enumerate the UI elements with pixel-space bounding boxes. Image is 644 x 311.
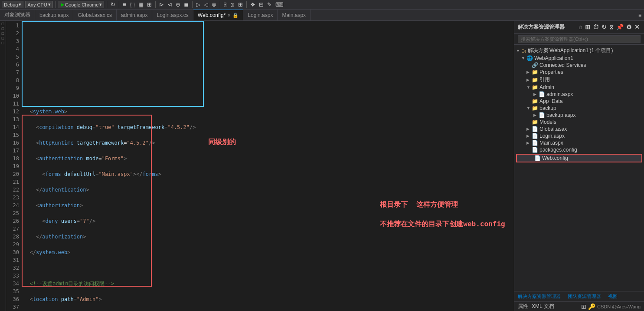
tree-appdata[interactable]: 📁 App_Data [514,98,644,105]
tool9[interactable]: ▷ [195,1,201,8]
debug-dropdown[interactable]: Debug ▾ [2,1,23,8]
tree-admin-folder[interactable]: ▼ 📁 Admin [514,84,644,91]
gutter-collapse-3[interactable]: □ [2,31,4,36]
toolbar: Debug ▾ Any CPU ▾ ▶ Google Chrome ▾ ↻ ≡ … [0,0,644,10]
tool5[interactable]: ⊳ [158,1,165,8]
tab-admin-aspx[interactable]: admin.aspx [117,10,152,20]
tab-backup-aspx-label: backup.aspx [39,12,69,18]
tree-backup-aspx[interactable]: ▶ 📄 backup.aspx [514,112,644,119]
admin-aspx-label: admin.aspx [546,91,573,97]
team-explorer-link[interactable]: 团队资源管理器 [568,293,601,300]
gutter-expand-1[interactable]: □ [2,36,4,40]
editor[interactable]: 12345 678910 1112131415 1617181920 21222… [6,21,514,311]
tab-login-aspx-cs-label: Login.aspx.cs [157,12,188,18]
line-numbers: 12345 678910 1112131415 1617181920 21222… [6,21,22,311]
tool8[interactable]: ≣ [183,1,190,8]
cpu-arrow: ▾ [48,2,51,7]
tool15[interactable]: ❖ [249,1,256,8]
login-aspx-icon: 📄 [532,133,538,139]
browser-label: Google Chrome [65,2,99,7]
tool17[interactable]: ✎ [266,1,273,8]
global-asax-label: Global.asax [539,126,567,132]
global-asax-arrow: ▶ [526,127,532,131]
tool4[interactable]: ⊞ [146,1,153,8]
view-link[interactable]: 视图 [608,293,618,300]
gutter-expand-2[interactable]: □ [2,41,4,45]
code-line-10: </system.web> [23,248,514,256]
tree-main-aspx[interactable]: ▶ 📄 Main.aspx [514,139,644,146]
gutter-collapse-1[interactable]: □ [2,22,4,26]
browser-dropdown[interactable]: ▶ Google Chrome ▾ [59,1,105,8]
tab-login-aspx[interactable]: Login.aspx [243,10,278,20]
properties-key-icon[interactable]: 🔑 [588,303,595,310]
references-arrow-icon: ▶ [526,78,532,82]
packages-label: packages.config [539,147,577,153]
sidebar-refresh-icon[interactable]: ↻ [601,23,608,32]
tree-backup-folder[interactable]: ▼ 📁 backup [514,105,644,112]
tree-admin-aspx[interactable]: ▶ 📄 admin.aspx [514,91,644,98]
code-line-13: <location path="Admin"> [23,295,514,303]
tab-main-aspx[interactable]: Main.aspx [278,10,311,20]
sidebar-new-icon[interactable]: ⊞ [584,23,591,32]
tree-global-asax[interactable]: ▶ 📄 Global.asax [514,126,644,132]
cpu-dropdown[interactable]: Any CPU ▾ [25,1,52,8]
tab-login-aspx-cs[interactable]: Login.aspx.cs [152,10,193,20]
solution-tree: ▼ 🗂 解决方案'WebApplication1'(1 个项目) ▼ 🌐 Web… [514,45,644,291]
refresh-icon[interactable]: ↻ [110,1,116,8]
tool10[interactable]: ◁ [203,1,209,8]
sidebar-settings-icon[interactable]: ⚙ [625,23,633,32]
project-icon: 🌐 [526,55,533,61]
tree-solution[interactable]: ▼ 🗂 解决方案'WebApplication1'(1 个项目) [514,46,644,55]
tool12[interactable]: ⎘ [223,1,228,8]
tree-web-config[interactable]: 📄 Web.config [517,155,641,162]
tree-models[interactable]: 📁 Models [514,119,644,126]
tool1[interactable]: ≡ [122,1,127,8]
browser-arrow: ▾ [99,2,102,7]
admin-folder-label: Admin [539,84,554,90]
solution-explorer: 解决方案资源管理器 ⌂ ⊞ ⏱ ↻ ⧖ 📌 ⚙ ✕ ▼ 🗂 解决方案'WebAp… [514,21,644,311]
tab-object-browser[interactable]: 对象浏览器 [0,10,35,20]
solution-explorer-link[interactable]: 解决方案资源管理器 [518,293,561,300]
tab-backup-aspx[interactable]: backup.aspx [35,10,73,20]
sidebar-home-icon[interactable]: ⌂ [578,23,583,32]
appdata-label: App_Data [539,98,562,104]
tool6[interactable]: ⊲ [167,1,173,8]
solution-arrow-icon: ▼ [516,49,521,53]
tab-web-config-pin[interactable]: 🔒 [232,13,239,18]
tree-properties[interactable]: ▶ 📁 Properties [514,69,644,76]
tab-web-config-close[interactable]: ✕ [227,13,231,18]
web-config-highlight-box: 📄 Web.config [516,154,642,162]
sep4 [155,1,156,8]
tool13[interactable]: ⧖ [230,1,235,8]
tab-global-asax-cs[interactable]: Global.asax.cs [73,10,117,20]
tool14[interactable]: ⊞ [237,1,244,8]
tab-bar: 对象浏览器 backup.aspx Global.asax.cs admin.a… [0,10,644,21]
tree-login-aspx[interactable]: ▶ 📄 Login.aspx [514,132,644,139]
code-line-2: <compilation debug="true" targetFramewor… [23,123,514,131]
properties-sort-icon[interactable]: ⊞ [581,303,586,310]
tree-connected-services[interactable]: 🔗 Connected Services [514,62,644,69]
gutter-collapse-2[interactable]: □ [2,26,4,31]
sidebar-search-input[interactable] [518,35,641,43]
models-label: Models [539,119,556,125]
properties-type: XML 文档 [532,303,554,310]
tab-web-config[interactable]: Web.config* ✕ 🔒 [193,10,243,20]
sidebar-clock-icon[interactable]: ⏱ [592,23,600,32]
main-aspx-arrow: ▶ [526,141,532,145]
admin-aspx-arrow: ▶ [533,92,539,96]
code-editor[interactable]: 同级别的 根目录下 这样方便管理 不推荐在文件的目录下创建web.config … [22,21,514,311]
sidebar-filter-icon[interactable]: ⧖ [608,23,615,32]
tool7[interactable]: ⊕ [175,1,181,8]
tab-overflow[interactable]: ≡ [636,10,644,20]
tree-project[interactable]: ▼ 🌐 WebApplication1 [514,55,644,62]
tool16[interactable]: ⊟ [258,1,265,8]
tool2[interactable]: ⬚ [129,1,136,8]
tree-packages-config[interactable]: 📄 packages.config [514,146,644,153]
tree-references[interactable]: ▶ 📁 引用 [514,76,644,84]
sidebar-close-icon[interactable]: ✕ [634,23,641,32]
tool18[interactable]: ⌨ [275,1,284,8]
connected-label: Connected Services [539,62,586,68]
tool11[interactable]: ⊗ [211,1,217,8]
sidebar-pin-icon[interactable]: 📌 [615,23,624,32]
tool3[interactable]: ▦ [137,1,144,8]
